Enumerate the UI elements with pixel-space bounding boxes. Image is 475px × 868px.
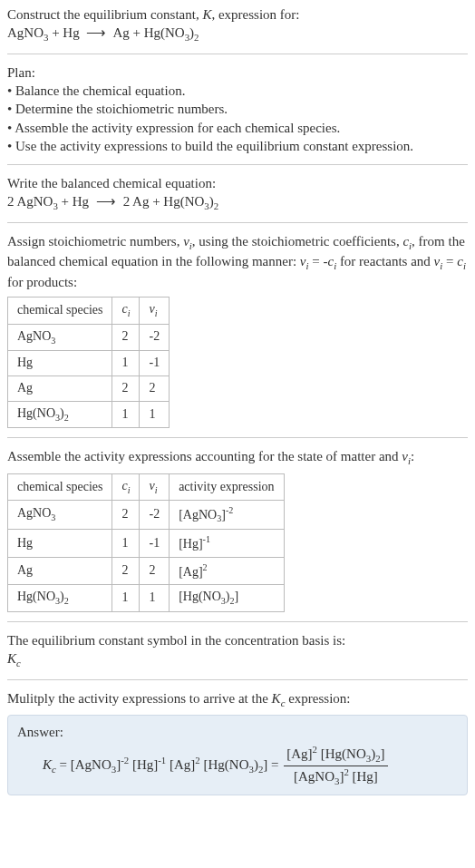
stoich-table: chemical species ci νi AgNO3 2 -2 Hg 1 -… <box>7 297 170 428</box>
plan-item: • Assemble the activity expression for e… <box>7 119 468 137</box>
answer-box: Answer: Kc = [AgNO3]-2 [Hg]-1 [Ag]2 [Hg(… <box>7 715 468 795</box>
plan-title: Plan: <box>7 63 468 82</box>
balanced-intro: Write the balanced chemical equation: <box>7 174 468 192</box>
question-block: Construct the equilibrium constant, K, e… <box>7 5 468 44</box>
col-vi: νi <box>140 297 170 324</box>
plan-item: • Use the activity expressions to build … <box>7 137 468 155</box>
stoich-block: Assign stoichiometric numbers, νi, using… <box>7 232 468 428</box>
cell-ci: 1 <box>112 351 140 376</box>
cell-ci: 2 <box>112 324 140 350</box>
cell-expr: [Hg(NO3)2] <box>170 585 284 611</box>
cell-ci: 1 <box>112 401 140 427</box>
cell-expr: [Hg]-1 <box>170 530 284 558</box>
cell-species: Hg(NO3)2 <box>8 585 112 611</box>
table-row: AgNO3 2 -2 <box>8 324 170 350</box>
table-row: Ag 2 2 <box>8 375 170 401</box>
cell-species: Hg(NO3)2 <box>8 401 112 427</box>
symbol-kc: Kc <box>7 649 468 670</box>
table-row: Hg 1 -1 <box>8 351 170 376</box>
cell-species: Ag <box>8 375 112 401</box>
fraction-numerator: [Ag]2 [Hg(NO3)2] <box>284 745 387 766</box>
balanced-block: Write the balanced chemical equation: 2 … <box>7 174 468 213</box>
plan-item: • Determine the stoichiometric numbers. <box>7 100 468 118</box>
plan-item-text: Assemble the activity expression for eac… <box>15 121 340 135</box>
cell-vi: -2 <box>140 501 170 530</box>
table-row: Hg(NO3)2 1 1 [Hg(NO3)2] <box>8 585 285 611</box>
col-vi: νi <box>140 473 170 500</box>
cell-species: AgNO3 <box>8 501 112 530</box>
col-expr: activity expression <box>170 473 284 500</box>
divider <box>7 679 468 680</box>
plan-item-text: Balance the chemical equation. <box>15 83 185 98</box>
plan-block: Plan: • Balance the chemical equation. •… <box>7 63 468 155</box>
cell-expr: [AgNO3]-2 <box>170 501 284 530</box>
answer-fraction: [Ag]2 [Hg(NO3)2] [AgNO3]2 [Hg] <box>284 745 387 787</box>
table-row: Hg(NO3)2 1 1 <box>8 401 170 427</box>
symbol-block: The equilibrium constant symbol in the c… <box>7 631 468 670</box>
table-header-row: chemical species ci νi activity expressi… <box>8 473 285 500</box>
unbalanced-equation: AgNO3 + Hg ⟶ Ag + Hg(NO3)2 <box>7 24 468 44</box>
symbol-line: The equilibrium constant symbol in the c… <box>7 631 468 649</box>
col-ci: ci <box>112 473 140 500</box>
cell-vi: 2 <box>140 375 170 401</box>
cell-vi: 1 <box>140 585 170 611</box>
activity-block: Assemble the activity expressions accoun… <box>7 447 468 611</box>
table-row: Ag 2 2 [Ag]2 <box>8 557 285 585</box>
divider <box>7 54 468 54</box>
question-text: Construct the equilibrium constant, K, e… <box>7 5 468 24</box>
cell-expr: [Ag]2 <box>170 557 284 585</box>
answer-expression: Kc = [AgNO3]-2 [Hg]-1 [Ag]2 [Hg(NO3)2] =… <box>17 741 458 787</box>
plan-item: • Balance the chemical equation. <box>7 82 468 100</box>
stoich-intro: Assign stoichiometric numbers, νi, using… <box>7 232 468 291</box>
cell-vi: -1 <box>140 351 170 376</box>
balanced-equation: 2 AgNO3 + Hg ⟶ 2 Ag + Hg(NO3)2 <box>7 192 468 213</box>
answer-label: Answer: <box>17 723 458 741</box>
cell-ci: 1 <box>112 530 140 558</box>
cell-ci: 1 <box>112 585 140 611</box>
activity-table: chemical species ci νi activity expressi… <box>7 473 285 612</box>
table-row: AgNO3 2 -2 [AgNO3]-2 <box>8 501 285 530</box>
cell-vi: 2 <box>140 557 170 585</box>
cell-vi: -2 <box>140 324 170 350</box>
cell-species: Hg <box>8 530 112 558</box>
cell-ci: 2 <box>112 557 140 585</box>
divider <box>7 164 468 165</box>
divider <box>7 222 468 223</box>
col-species: chemical species <box>8 473 112 500</box>
table-header-row: chemical species ci νi <box>8 297 170 324</box>
col-ci: ci <box>112 297 140 324</box>
multiply-line: Mulitply the activity expressions to arr… <box>7 689 468 710</box>
cell-species: Hg <box>8 351 112 376</box>
activity-intro: Assemble the activity expressions accoun… <box>7 447 468 468</box>
cell-vi: 1 <box>140 401 170 427</box>
cell-ci: 2 <box>112 375 140 401</box>
divider <box>7 437 468 438</box>
cell-vi: -1 <box>140 530 170 558</box>
cell-ci: 2 <box>112 501 140 530</box>
fraction-denominator: [AgNO3]2 [Hg] <box>284 766 387 787</box>
table-row: Hg 1 -1 [Hg]-1 <box>8 530 285 558</box>
plan-item-text: Use the activity expressions to build th… <box>15 139 413 153</box>
cell-species: AgNO3 <box>8 324 112 350</box>
divider <box>7 621 468 622</box>
multiply-block: Mulitply the activity expressions to arr… <box>7 689 468 710</box>
plan-item-text: Determine the stoichiometric numbers. <box>15 102 228 116</box>
col-species: chemical species <box>8 297 112 324</box>
cell-species: Ag <box>8 557 112 585</box>
